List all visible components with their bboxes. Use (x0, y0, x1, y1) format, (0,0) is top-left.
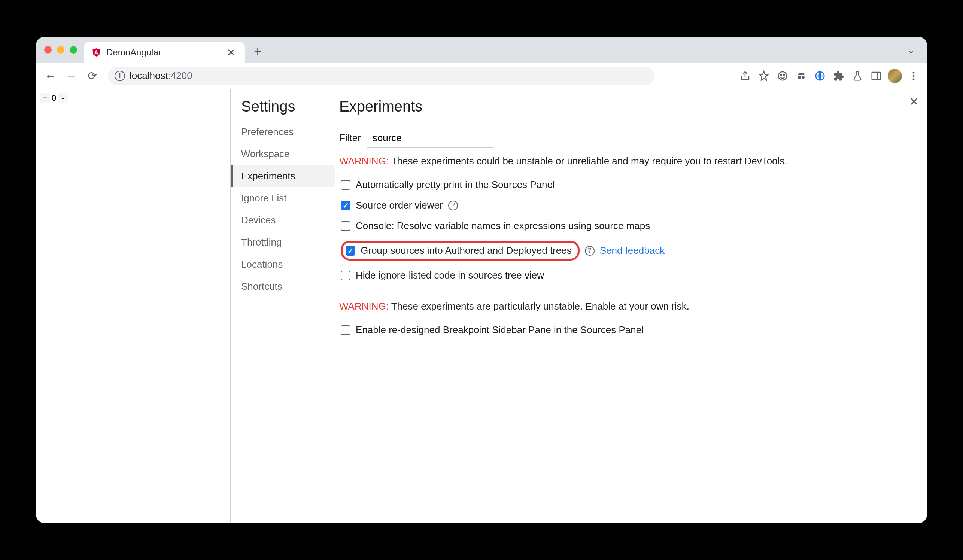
tabs-menu-button[interactable]: ⌄ (907, 44, 915, 55)
experiment-checkbox[interactable] (341, 271, 350, 280)
experiment-checkbox[interactable] (341, 221, 350, 231)
warning-text-1: WARNING: These experiments could be unst… (339, 155, 912, 167)
close-settings-button[interactable]: ✕ (909, 95, 919, 108)
filter-input[interactable] (367, 128, 494, 148)
new-tab-button[interactable]: + (245, 44, 271, 60)
browser-window: DemoAngular ✕ + ⌄ ← → ⟳ i localhost:4200 (36, 37, 927, 523)
share-icon[interactable] (737, 68, 753, 84)
extension-face-icon[interactable] (774, 68, 791, 84)
settings-nav-item-experiments[interactable]: Experiments (231, 165, 336, 187)
address-bar[interactable]: i localhost:4200 (108, 66, 655, 85)
svg-point-4 (784, 74, 785, 76)
filter-row: Filter (339, 128, 912, 148)
experiment-checkbox[interactable] (341, 180, 350, 190)
side-panel-icon[interactable] (868, 68, 884, 84)
experiment-row: Group sources into Authored and Deployed… (339, 236, 912, 265)
settings-nav-item-preferences[interactable]: Preferences (231, 121, 336, 143)
window-controls (41, 46, 84, 53)
toolbar-actions (737, 68, 922, 84)
settings-nav-item-workspace[interactable]: Workspace (231, 143, 336, 165)
experiment-label: Hide ignore-listed code in sources tree … (356, 270, 544, 281)
settings-main: Experiments Filter WARNING: These experi… (336, 89, 927, 523)
svg-point-3 (781, 74, 782, 76)
counter-value: 0 (51, 93, 57, 103)
settings-nav-item-locations[interactable]: Locations (231, 253, 336, 275)
increment-button[interactable]: + (40, 93, 50, 103)
settings-heading: Settings (231, 98, 336, 121)
experiment-row: Hide ignore-listed code in sources tree … (339, 265, 912, 286)
warning-body: These experiments are particularly unsta… (389, 301, 689, 312)
close-tab-button[interactable]: ✕ (225, 47, 237, 58)
tab-title: DemoAngular (106, 47, 219, 58)
experiment-label: Enable re-designed Breakpoint Sidebar Pa… (356, 324, 644, 336)
angular-icon (91, 47, 101, 57)
help-icon[interactable]: ? (585, 246, 595, 256)
settings-nav-item-shortcuts[interactable]: Shortcuts (231, 275, 336, 298)
settings-nav-item-devices[interactable]: Devices (231, 209, 336, 231)
bookmark-star-icon[interactable] (755, 68, 772, 84)
settings-nav-item-throttling[interactable]: Throttling (231, 231, 336, 253)
minimize-window-button[interactable] (57, 46, 65, 53)
labs-icon[interactable] (849, 68, 866, 84)
warning-body: These experiments could be unstable or u… (389, 155, 787, 167)
warning-label: WARNING: (339, 155, 389, 167)
experiment-label: Automatically pretty print in the Source… (356, 179, 555, 191)
svg-point-12 (913, 78, 915, 80)
experiment-checkbox[interactable] (341, 325, 350, 335)
experiment-label: Group sources into Authored and Deployed… (361, 245, 572, 256)
experiments-heading: Experiments (339, 98, 912, 122)
maximize-window-button[interactable] (70, 46, 77, 53)
experiment-row: Enable re-designed Breakpoint Sidebar Pa… (339, 320, 912, 340)
tab-bar: DemoAngular ✕ + ⌄ (36, 37, 927, 63)
extension-incognito-icon[interactable] (793, 68, 809, 84)
extensions-icon[interactable] (830, 68, 847, 84)
close-window-button[interactable] (44, 46, 52, 53)
help-icon[interactable]: ? (448, 201, 458, 210)
experiment-checkbox[interactable] (345, 246, 355, 256)
back-button[interactable]: ← (41, 67, 59, 85)
experiment-label: Console: Resolve variable names in expre… (356, 220, 650, 232)
experiment-row: Automatically pretty print in the Source… (339, 175, 912, 195)
experiment-checkbox[interactable] (341, 201, 350, 210)
svg-point-10 (913, 71, 915, 73)
svg-point-6 (802, 76, 805, 79)
svg-rect-8 (872, 72, 880, 80)
experiment-row: Console: Resolve variable names in expre… (339, 215, 912, 236)
profile-avatar[interactable] (887, 68, 903, 84)
extension-globe-icon[interactable] (812, 68, 828, 84)
warning-label: WARNING: (339, 301, 389, 312)
svg-point-5 (798, 76, 801, 79)
counter-widget: + 0 - (40, 93, 68, 103)
browser-menu-button[interactable] (905, 68, 922, 84)
experiment-row: Source order viewer? (339, 195, 912, 215)
site-info-icon[interactable]: i (115, 71, 125, 81)
decrement-button[interactable]: - (58, 93, 68, 103)
send-feedback-link[interactable]: Send feedback (600, 245, 665, 256)
settings-nav-item-ignore-list[interactable]: Ignore List (231, 187, 336, 209)
settings-sidebar: Settings PreferencesWorkspaceExperiments… (231, 89, 336, 523)
reload-button[interactable]: ⟳ (83, 67, 101, 85)
app-pane: + 0 - (36, 89, 231, 523)
forward-button[interactable]: → (62, 67, 80, 85)
svg-point-11 (913, 75, 915, 77)
url-port: :4200 (168, 70, 193, 81)
devtools-settings: ✕ Settings PreferencesWorkspaceExperimen… (231, 89, 927, 523)
browser-tab[interactable]: DemoAngular ✕ (84, 42, 245, 63)
filter-label: Filter (339, 132, 361, 144)
experiment-label: Source order viewer (356, 199, 443, 211)
browser-toolbar: ← → ⟳ i localhost:4200 (36, 63, 927, 89)
page-content: + 0 - ✕ Settings PreferencesWorkspaceExp… (36, 89, 927, 523)
url-text: localhost:4200 (130, 70, 193, 82)
warning-text-2: WARNING: These experiments are particula… (339, 301, 912, 312)
svg-point-2 (778, 71, 787, 80)
url-host: localhost (130, 70, 168, 81)
experiment-highlight: Group sources into Authored and Deployed… (341, 241, 580, 261)
